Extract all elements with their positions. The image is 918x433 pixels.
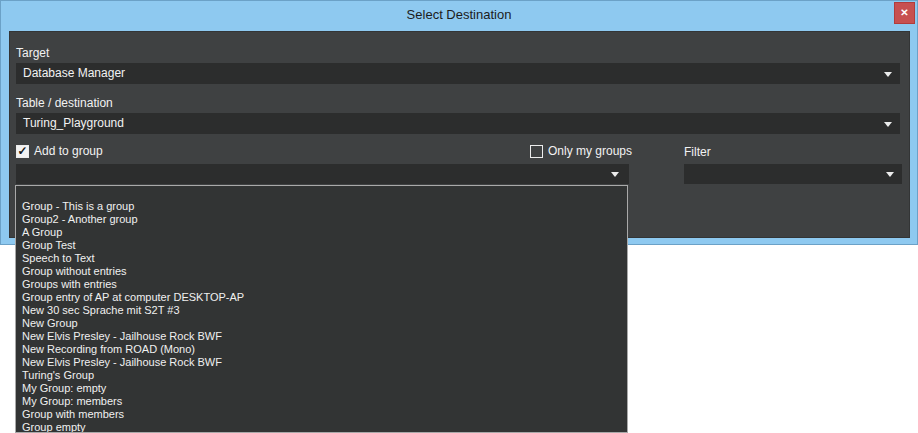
list-item[interactable]: New Group bbox=[16, 317, 627, 330]
list-item[interactable]: Speech to Text bbox=[16, 252, 627, 265]
dialog-title: Select Destination bbox=[1, 7, 917, 22]
chevron-down-icon bbox=[886, 172, 894, 177]
list-item[interactable]: Group entry of AP at computer DESKTOP-AP bbox=[16, 291, 627, 304]
group-dropdown-list[interactable]: Group - This is a groupGroup2 - Another … bbox=[15, 185, 628, 433]
add-to-group-checkbox[interactable]: ✓ bbox=[16, 145, 29, 158]
titlebar[interactable]: Select Destination ✕ bbox=[1, 1, 917, 31]
list-item[interactable]: New 30 sec Sprache mit S2T #3 bbox=[16, 304, 627, 317]
list-item[interactable]: Group2 - Another group bbox=[16, 213, 627, 226]
table-destination-combobox-value: Turing_Playground bbox=[23, 116, 124, 130]
close-button[interactable]: ✕ bbox=[894, 2, 915, 24]
only-my-groups-checkbox[interactable] bbox=[530, 145, 543, 158]
chevron-down-icon bbox=[611, 172, 619, 177]
list-item[interactable]: Turing's Group bbox=[16, 369, 627, 382]
list-item[interactable]: My Group: empty bbox=[16, 382, 627, 395]
list-item[interactable]: New Elvis Presley - Jailhouse Rock BWF bbox=[16, 356, 627, 369]
list-item[interactable]: New Elvis Presley - Jailhouse Rock BWF bbox=[16, 330, 627, 343]
only-my-groups-checkbox-row[interactable]: Only my groups bbox=[530, 144, 632, 158]
target-label: Target bbox=[16, 46, 49, 60]
list-item[interactable]: Group empty bbox=[16, 421, 627, 433]
filter-label: Filter bbox=[684, 145, 711, 159]
target-combobox-value: Database Manager bbox=[23, 66, 125, 80]
close-icon: ✕ bbox=[900, 7, 908, 18]
group-combobox[interactable] bbox=[16, 164, 629, 184]
only-my-groups-label: Only my groups bbox=[548, 144, 632, 158]
chevron-down-icon bbox=[884, 122, 892, 127]
list-item[interactable]: My Group: members bbox=[16, 395, 627, 408]
table-destination-label: Table / destination bbox=[16, 96, 113, 110]
add-to-group-label: Add to group bbox=[34, 144, 103, 158]
list-item[interactable]: Group Test bbox=[16, 239, 627, 252]
list-item[interactable]: A Group bbox=[16, 226, 627, 239]
chevron-down-icon bbox=[884, 72, 892, 77]
filter-combobox[interactable] bbox=[684, 164, 902, 184]
list-item[interactable]: Group with members bbox=[16, 408, 627, 421]
list-item[interactable]: New Recording from ROAD (Mono) bbox=[16, 343, 627, 356]
list-item[interactable]: Groups with entries bbox=[16, 278, 627, 291]
list-item[interactable]: Group without entries bbox=[16, 265, 627, 278]
target-combobox[interactable]: Database Manager bbox=[16, 63, 900, 84]
list-item[interactable]: Group - This is a group bbox=[16, 200, 627, 213]
table-destination-combobox[interactable]: Turing_Playground bbox=[16, 113, 900, 134]
add-to-group-checkbox-row[interactable]: ✓ Add to group bbox=[16, 144, 103, 158]
